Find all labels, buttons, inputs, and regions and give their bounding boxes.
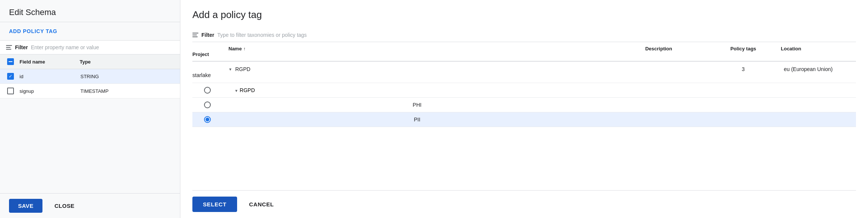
th-project: Project: [192, 51, 222, 57]
tag-row-rgpd[interactable]: ▼ RGPD: [192, 83, 856, 98]
right-filter-label: Filter: [201, 32, 214, 38]
left-panel-footer: SAVE CLOSE: [0, 193, 180, 218]
schema-table: Field name Type id STRING signup TIMESTA…: [0, 54, 180, 193]
chevron-down-icon: ▼: [234, 89, 238, 93]
tag-row-phi[interactable]: PHI: [192, 98, 856, 112]
unchecked-checkbox[interactable]: [7, 88, 14, 94]
row-type-signup: TIMESTAMP: [80, 88, 109, 94]
left-filter-bar: Filter Enter property name or value: [0, 41, 180, 54]
policy-table-header: Name ↑ Description Policy tags Location …: [192, 42, 856, 62]
cancel-button[interactable]: CANCEL: [243, 197, 280, 212]
taxonomy-name: ▼ RGPD: [222, 66, 612, 72]
row-checkbox-signup[interactable]: [6, 88, 15, 94]
right-filter-icon: [192, 33, 198, 37]
right-panel-footer: SELECT CANCEL: [192, 190, 856, 218]
tag-name-phi: PHI: [222, 102, 612, 108]
header-checkbox[interactable]: [6, 58, 15, 65]
tag-row-pii[interactable]: PII: [192, 112, 856, 127]
tag-name-rgpd: ▼ RGPD: [222, 87, 612, 93]
row-checkbox-id[interactable]: [6, 73, 15, 80]
th-description: Description: [612, 46, 706, 51]
select-button[interactable]: SELECT: [192, 197, 237, 212]
table-row[interactable]: signup TIMESTAMP: [0, 84, 180, 98]
th-policy-tags: Policy tags: [706, 46, 781, 51]
row-field-name-signup: signup: [20, 88, 57, 94]
th-location: Location: [781, 46, 856, 51]
left-filter-label: Filter: [15, 44, 28, 50]
radio-phi[interactable]: [192, 101, 222, 108]
checked-checkbox[interactable]: [7, 73, 14, 80]
th-name: Name ↑: [222, 46, 612, 51]
close-button[interactable]: CLOSE: [48, 199, 80, 213]
radio-circle-rgpd[interactable]: [204, 87, 211, 94]
right-filter-placeholder: Type to filter taxonomies or policy tags: [217, 32, 307, 38]
sort-arrow-icon: ↑: [243, 46, 245, 51]
col-field-name: Field name: [20, 59, 45, 65]
left-panel: Edit Schema ADD POLICY TAG Filter Enter …: [0, 0, 180, 218]
schema-table-header: Field name Type: [0, 54, 180, 69]
radio-circle-phi[interactable]: [204, 101, 211, 108]
right-panel: Add a policy tag Filter Type to filter t…: [180, 0, 868, 218]
left-filter-placeholder: Enter property name or value: [31, 44, 99, 50]
policy-table: Name ↑ Description Policy tags Location …: [192, 42, 856, 190]
filter-icon: [6, 45, 12, 50]
taxonomy-row: ▼ RGPD 3 eu (European Union) starlake: [192, 62, 856, 83]
radio-circle-pii[interactable]: [204, 116, 211, 123]
chevron-down-icon: ▼: [228, 67, 232, 71]
add-policy-tag-button[interactable]: ADD POLICY TAG: [0, 22, 180, 41]
taxonomy-project: starlake: [192, 72, 222, 78]
table-row[interactable]: id STRING: [0, 69, 180, 84]
right-filter-bar: Filter Type to filter taxonomies or poli…: [192, 28, 856, 42]
save-button[interactable]: SAVE: [9, 199, 42, 213]
taxonomy-location: eu (European Union): [781, 66, 856, 72]
col-type: Type: [80, 59, 91, 65]
radio-pii[interactable]: [192, 116, 222, 123]
indeterminate-checkbox[interactable]: [7, 58, 14, 65]
row-type-id: STRING: [80, 74, 99, 79]
row-field-name-id: id: [20, 74, 57, 79]
tag-name-pii: PII: [222, 117, 612, 123]
radio-rgpd[interactable]: [192, 87, 222, 94]
edit-schema-title: Edit Schema: [0, 0, 180, 22]
add-policy-tag-title: Add a policy tag: [192, 9, 856, 21]
taxonomy-policy-count: 3: [706, 66, 781, 72]
